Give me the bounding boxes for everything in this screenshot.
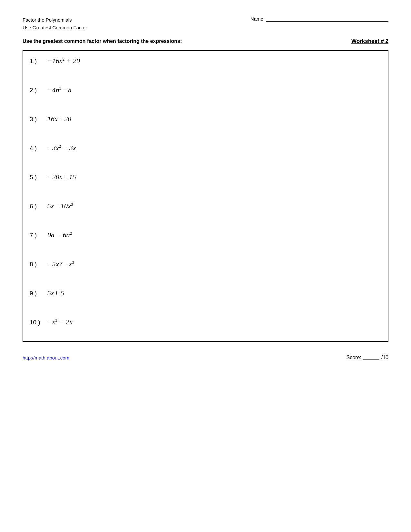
problem-item: 6.)5x− 10x3	[23, 196, 388, 225]
title-line2: Use Greatest Common Factor	[23, 24, 87, 32]
footer: http://math.about.com Score: /10	[23, 351, 388, 360]
problem-expression: −20x+ 15	[47, 173, 76, 181]
problem-expression: −x2 − 2x	[47, 318, 73, 326]
problem-number: 2.)	[30, 87, 47, 94]
problem-expression: 5x− 10x3	[47, 202, 73, 210]
problem-item: 1.)−16x2 + 20	[23, 51, 388, 80]
problem-item: 8.)−5x7 −x3	[23, 254, 388, 283]
problem-expression: 9a − 6a2	[47, 231, 72, 239]
problem-item: 3.)16x+ 20	[23, 109, 388, 138]
score-label: Score:	[347, 355, 361, 360]
problem-item: 10.)−x2 − 2x	[23, 312, 388, 341]
problem-number: 6.)	[30, 203, 47, 210]
instructions-row: Use the greatest common factor when fact…	[23, 38, 388, 44]
problem-expression: 16x+ 20	[47, 115, 71, 123]
problem-number: 4.)	[30, 145, 47, 152]
header: Factor the Polynomials Use Greatest Comm…	[23, 16, 388, 32]
header-left: Factor the Polynomials Use Greatest Comm…	[23, 16, 87, 32]
name-field: Name:	[250, 16, 388, 22]
problem-expression: 5x+ 5	[47, 289, 64, 297]
problem-expression: −3x2 − 3x	[47, 144, 76, 152]
problem-item: 5.)−20x+ 15	[23, 167, 388, 196]
problem-item: 2.)−4n3 −n	[23, 80, 388, 109]
footer-link[interactable]: http://math.about.com	[23, 355, 69, 360]
problem-number: 10.)	[30, 319, 47, 326]
problem-item: 7.)9a − 6a2	[23, 225, 388, 254]
score-blank	[363, 355, 379, 360]
problem-item: 4.)−3x2 − 3x	[23, 138, 388, 167]
problem-number: 3.)	[30, 116, 47, 123]
problem-expression: −16x2 + 20	[47, 57, 80, 65]
name-underline-line	[266, 16, 388, 22]
problem-expression: −4n3 −n	[47, 86, 72, 94]
problem-item: 9.)5x+ 5	[23, 283, 388, 312]
name-label: Name:	[250, 16, 265, 22]
problems-box: 1.)−16x2 + 202.)−4n3 −n3.)16x+ 204.)−3x2…	[23, 50, 388, 342]
problem-number: 9.)	[30, 290, 47, 297]
title-line1: Factor the Polynomials	[23, 16, 87, 24]
problem-number: 1.)	[30, 58, 47, 65]
worksheet-title: Worksheet # 2	[351, 38, 388, 44]
score-section: Score: /10	[347, 355, 389, 360]
score-denom: /10	[381, 355, 388, 360]
problem-expression: −5x7 −x3	[47, 260, 74, 268]
problem-number: 8.)	[30, 261, 47, 268]
problem-number: 5.)	[30, 174, 47, 181]
header-right: Name:	[250, 16, 388, 22]
instructions-text: Use the greatest common factor when fact…	[23, 38, 182, 44]
problem-number: 7.)	[30, 232, 47, 239]
